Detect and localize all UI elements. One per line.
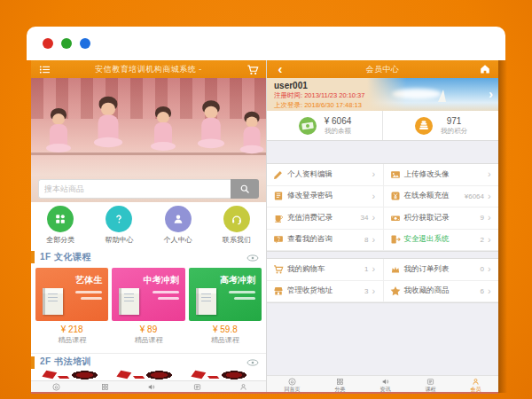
question-icon bbox=[113, 213, 125, 225]
window-inner-shadow bbox=[498, 60, 507, 393]
calligraphy-product-image[interactable] bbox=[40, 370, 107, 380]
maximize-button[interactable] bbox=[80, 38, 90, 49]
cash-icon bbox=[390, 213, 401, 223]
right-tabbar: 回首页 分类 资讯 课程 会员 bbox=[267, 375, 498, 393]
price-row: ¥ 218精品课程 ¥ 89精品课程 ¥ 59.8精品课程 bbox=[31, 321, 266, 348]
left-screen-storefront: 安信教育培训机构商城系统 - 全部分类 bbox=[31, 60, 266, 393]
grid-icon bbox=[54, 213, 66, 225]
calligraphy-product-strip bbox=[31, 370, 266, 380]
home-icon[interactable] bbox=[478, 63, 492, 75]
course-list-icon bbox=[426, 378, 434, 386]
document-icon bbox=[273, 191, 284, 201]
tab-courses[interactable]: 课程 bbox=[426, 378, 436, 392]
back-icon[interactable] bbox=[273, 63, 287, 75]
menu-item-upload-avatar[interactable]: 上传修改头像 bbox=[383, 164, 499, 186]
consult-icon bbox=[273, 234, 284, 245]
book-image bbox=[119, 288, 139, 315]
price-block[interactable]: ¥ 89精品课程 bbox=[112, 321, 184, 348]
yen-icon bbox=[390, 191, 401, 201]
menu-item-favorites[interactable]: 我收藏的商品 6 bbox=[383, 281, 499, 303]
spacer bbox=[267, 141, 498, 163]
menu-item-shipping-address[interactable]: 管理收货地址 3 bbox=[267, 281, 383, 303]
tab-home[interactable]: 回首页 bbox=[285, 378, 301, 392]
ballet-child-figure bbox=[195, 100, 228, 168]
member-menu-group-1: 个人资料编辑 上传修改头像 修改登录密码 在线余额充值 ¥6064 bbox=[267, 163, 498, 252]
user-banner[interactable]: user001 注册时间: 2013/11/23 20:10:37 上次登录: … bbox=[267, 78, 498, 111]
category-help[interactable]: 帮助中心 bbox=[94, 206, 144, 245]
sailboat-image bbox=[438, 90, 446, 102]
ballet-child-figure bbox=[43, 108, 74, 170]
feature-line bbox=[158, 297, 179, 300]
minimize-button[interactable] bbox=[61, 38, 72, 49]
eye-icon[interactable] bbox=[246, 249, 259, 265]
person-icon bbox=[239, 383, 247, 391]
product-card-gaokao[interactable]: 高考冲刺 bbox=[189, 268, 262, 321]
pencil-icon bbox=[273, 169, 284, 180]
calligraphy-product-image[interactable] bbox=[190, 370, 257, 380]
menu-item-consume-records[interactable]: 充值消费记录 34 bbox=[267, 207, 383, 230]
menu-item-logout[interactable]: 安全退出系统 2 bbox=[383, 230, 499, 252]
screen-bottom-edge bbox=[31, 392, 498, 394]
eye-icon[interactable] bbox=[246, 354, 259, 370]
product-card-zhongkao[interactable]: 中考冲刺 bbox=[112, 268, 184, 321]
points-stat[interactable]: 971我的积分 bbox=[382, 111, 498, 140]
grid-icon bbox=[336, 378, 344, 386]
category-personal[interactable]: 个人中心 bbox=[153, 206, 203, 245]
cart-icon bbox=[273, 264, 284, 275]
price-block[interactable]: ¥ 59.8精品课程 bbox=[189, 321, 262, 348]
menu-item-points-records[interactable]: 积分获取记录 9 bbox=[383, 207, 499, 230]
close-button[interactable] bbox=[43, 38, 53, 49]
ballet-banner-image[interactable] bbox=[31, 78, 266, 202]
grid-icon bbox=[101, 383, 109, 391]
shop-icon bbox=[273, 286, 284, 296]
chevron-right-icon bbox=[489, 87, 493, 101]
menu-item-profile-edit[interactable]: 个人资料编辑 bbox=[267, 164, 383, 186]
category-shortcuts: 全部分类 帮助中心 个人中心 联系我们 bbox=[31, 202, 266, 248]
chevron-right-icon bbox=[488, 235, 494, 245]
menu-item-order-list[interactable]: 我的订单列表 0 bbox=[383, 259, 499, 281]
home-circle-icon bbox=[52, 383, 60, 391]
menu-item-my-cart[interactable]: 我的购物车 1 bbox=[267, 259, 383, 281]
ballet-child-figure bbox=[148, 106, 178, 168]
chevron-right-icon bbox=[372, 264, 379, 274]
money-icon bbox=[298, 116, 317, 136]
speaker-icon bbox=[381, 378, 389, 386]
tab-categories[interactable]: 分类 bbox=[335, 378, 346, 392]
balance-stat[interactable]: ¥ 6064我的余额 bbox=[267, 111, 382, 140]
tab-member[interactable]: 会员 bbox=[471, 378, 481, 392]
category-contact[interactable]: 联系我们 bbox=[212, 206, 262, 245]
search-bar bbox=[38, 179, 259, 199]
chevron-right-icon bbox=[372, 169, 379, 179]
chevron-right-icon bbox=[488, 169, 494, 179]
section-header-1f: 1F 文化课程 bbox=[31, 248, 266, 266]
hamburger-menu-icon[interactable] bbox=[37, 63, 51, 75]
menu-item-recharge[interactable]: 在线余额充值 ¥6064 bbox=[383, 186, 499, 208]
username: user001 bbox=[274, 81, 406, 90]
product-card-yitisheng[interactable]: 艺体生 bbox=[35, 268, 108, 321]
coins-icon bbox=[414, 116, 434, 136]
section-divider bbox=[31, 348, 266, 354]
stats-row: ¥ 6064我的余额 971我的积分 bbox=[267, 111, 498, 141]
price-block[interactable]: ¥ 218精品课程 bbox=[35, 321, 108, 348]
ballet-child-figure bbox=[90, 97, 125, 168]
user-info-panel: user001 注册时间: 2013/11/23 20:10:37 上次登录: … bbox=[267, 78, 406, 111]
chevron-right-icon bbox=[488, 264, 494, 274]
cart-header-icon[interactable] bbox=[246, 63, 260, 75]
category-all[interactable]: 全部分类 bbox=[35, 206, 85, 245]
menu-item-my-consultations[interactable]: 查看我的咨询 8 bbox=[267, 230, 383, 252]
tab-news[interactable]: 资讯 bbox=[380, 378, 391, 392]
speaker-icon bbox=[147, 383, 155, 391]
search-input[interactable] bbox=[38, 179, 231, 199]
person-icon bbox=[172, 213, 184, 225]
feature-line bbox=[234, 297, 255, 300]
menu-item-change-password[interactable]: 修改登录密码 bbox=[267, 186, 383, 208]
desktop-background: 安信教育培训机构商城系统 - 全部分类 bbox=[0, 0, 532, 399]
calligraphy-product-image[interactable] bbox=[114, 370, 182, 380]
feature-line bbox=[81, 297, 102, 300]
search-button[interactable] bbox=[231, 179, 259, 199]
right-app-header: 会员中心 bbox=[267, 60, 498, 78]
last-login-time: 上次登录: 2018/6/30 17:48:13 bbox=[274, 101, 406, 110]
feature-line bbox=[75, 291, 102, 293]
book-image bbox=[43, 288, 63, 315]
registered-time: 注册时间: 2013/11/23 20:10:37 bbox=[274, 91, 406, 100]
